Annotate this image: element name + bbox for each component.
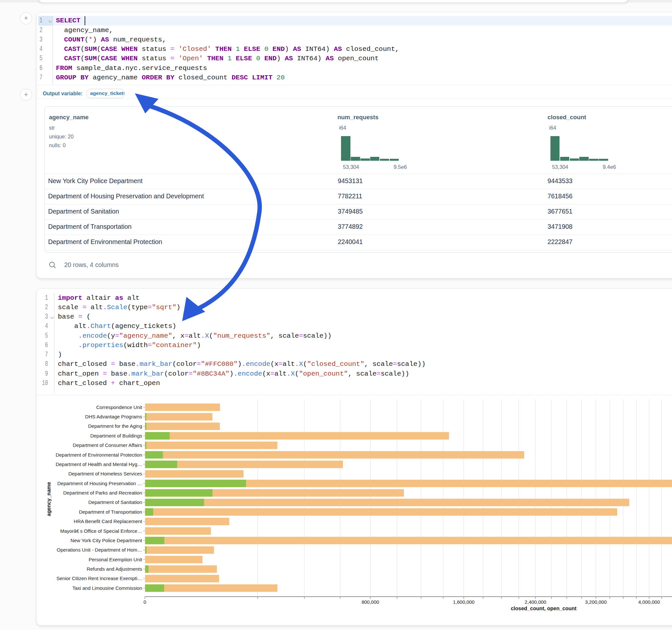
svg-text:closed_count, open_count: closed_count, open_count (511, 606, 577, 611)
svg-text:Department of Buildings: Department of Buildings (90, 433, 142, 438)
svg-text:Taxi and Limousine Commission: Taxi and Limousine Commission (72, 585, 142, 591)
svg-text:Department of Homeless Service: Department of Homeless Services (68, 471, 142, 477)
svg-text:Department for the Aging: Department for the Aging (88, 423, 142, 429)
svg-text:agency_name: agency_name (46, 482, 51, 516)
svg-text:Department of Health and Menta: Department of Health and Mental Hyg… (56, 461, 142, 467)
svg-text:Department of Consumer Affairs: Department of Consumer Affairs (73, 442, 142, 448)
svg-text:Department of Transportation: Department of Transportation (79, 509, 142, 515)
svg-text:3,200,000: 3,200,000 (585, 599, 607, 605)
svg-text:Mayorâ€ s Office of Special En: Mayorâ€ s Office of Special Enforce… (60, 528, 142, 534)
svg-text:DHS Advantage Programs: DHS Advantage Programs (85, 414, 142, 419)
svg-text:Senior Citizen Rent Increase E: Senior Citizen Rent Increase Exempti… (56, 576, 142, 581)
svg-text:New York City Police Departmen: New York City Police Department (71, 538, 143, 543)
svg-text:Department of Parks and Recrea: Department of Parks and Recreation (63, 490, 142, 495)
svg-text:1,600,000: 1,600,000 (453, 599, 475, 605)
svg-text:2,400,000: 2,400,000 (525, 599, 546, 605)
svg-text:Refunds and Adjustments: Refunds and Adjustments (87, 566, 142, 572)
svg-text:Correspondence Unit: Correspondence Unit (96, 405, 143, 410)
svg-text:Operations Unit - Department o: Operations Unit - Department of Hom… (57, 547, 142, 553)
svg-text:4,000,000: 4,000,000 (638, 599, 660, 605)
svg-text:0: 0 (144, 599, 146, 605)
svg-text:HRA Benefit Card Replacement: HRA Benefit Card Replacement (74, 518, 143, 524)
svg-text:Department of Housing Preserva: Department of Housing Preservation … (57, 481, 142, 486)
svg-text:800,000: 800,000 (361, 599, 379, 605)
svg-text:Personal Exemption Unit: Personal Exemption Unit (89, 557, 142, 562)
svg-text:Department of Environmental Pr: Department of Environmental Protection (56, 452, 142, 458)
svg-text:Department of Sanitation: Department of Sanitation (89, 500, 142, 505)
